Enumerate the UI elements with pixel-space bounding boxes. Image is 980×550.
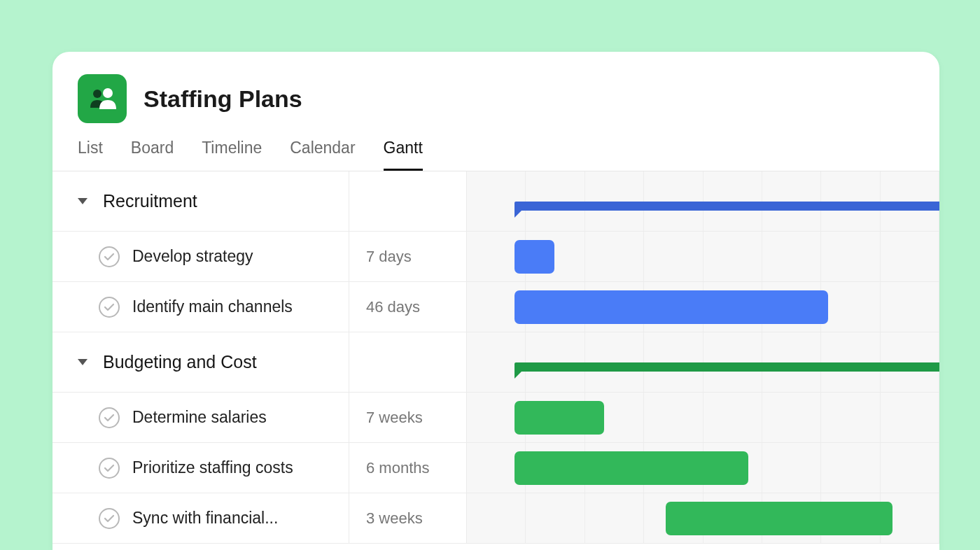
task-row[interactable]: Sync with financial...3 weeks <box>52 493 939 544</box>
task-timeline-cell <box>467 443 939 493</box>
task-title: Sync with financial... <box>132 509 278 528</box>
task-timeline-cell <box>467 393 939 442</box>
group-row[interactable]: Budgeting and Cost <box>52 332 939 393</box>
group-duration-cell <box>349 332 467 392</box>
group-timeline-cell <box>467 171 939 231</box>
view-tabs: List Board Timeline Calendar Gantt <box>52 133 939 171</box>
task-cell[interactable]: Prioritize staffing costs <box>52 443 349 493</box>
group-summary-bar[interactable] <box>514 202 940 211</box>
task-timeline-cell <box>467 493 939 543</box>
task-cell[interactable]: Sync with financial... <box>52 493 349 543</box>
task-title: Prioritize staffing costs <box>132 458 293 477</box>
group-title: Budgeting and Cost <box>103 352 257 372</box>
svg-point-1 <box>103 88 113 98</box>
check-circle-icon[interactable] <box>99 458 120 479</box>
task-title: Identify main channels <box>132 297 293 316</box>
chevron-down-icon <box>78 198 88 204</box>
task-bar[interactable] <box>514 401 604 435</box>
task-title: Determine salaries <box>132 408 267 427</box>
check-circle-icon[interactable] <box>99 508 120 529</box>
check-circle-icon[interactable] <box>99 297 120 318</box>
svg-point-0 <box>93 90 102 98</box>
task-row[interactable]: Identify main channels46 days <box>52 282 939 332</box>
task-duration: 46 days <box>349 282 467 332</box>
task-cell[interactable]: Determine salaries <box>52 393 349 442</box>
task-row[interactable]: Determine salaries7 weeks <box>52 393 939 443</box>
group-timeline-cell <box>467 332 939 392</box>
project-title: Staffing Plans <box>144 85 302 113</box>
task-duration: 7 days <box>349 232 467 281</box>
task-timeline-cell <box>467 282 939 332</box>
project-header: Staffing Plans <box>52 52 939 133</box>
chevron-down-icon <box>78 359 88 365</box>
project-panel: Staffing Plans List Board Timeline Calen… <box>52 52 939 550</box>
group-summary-bar[interactable] <box>514 362 940 372</box>
task-duration: 7 weeks <box>349 393 467 442</box>
task-bar[interactable] <box>514 290 829 324</box>
group-duration-cell <box>349 171 467 231</box>
task-duration: 3 weeks <box>349 493 467 543</box>
group-header[interactable]: Recruitment <box>52 171 349 231</box>
task-title: Develop strategy <box>132 247 253 266</box>
group-row[interactable]: Recruitment <box>52 171 939 232</box>
task-bar[interactable] <box>666 502 892 535</box>
check-circle-icon[interactable] <box>99 407 120 428</box>
tab-list[interactable]: List <box>78 133 103 171</box>
group-header[interactable]: Budgeting and Cost <box>52 332 349 392</box>
tab-calendar[interactable]: Calendar <box>290 133 355 171</box>
task-timeline-cell <box>467 232 939 281</box>
task-duration: 6 months <box>349 443 467 493</box>
tab-gantt[interactable]: Gantt <box>384 133 423 171</box>
task-bar[interactable] <box>514 240 554 274</box>
task-bar[interactable] <box>514 451 748 485</box>
tab-board[interactable]: Board <box>131 133 174 171</box>
check-circle-icon[interactable] <box>99 246 120 267</box>
tab-timeline[interactable]: Timeline <box>202 133 262 171</box>
project-people-icon <box>78 74 127 123</box>
task-row[interactable]: Prioritize staffing costs6 months <box>52 443 939 493</box>
task-cell[interactable]: Develop strategy <box>52 232 349 281</box>
task-row[interactable]: Develop strategy7 days <box>52 232 939 282</box>
gantt-chart: RecruitmentDevelop strategy7 daysIdentif… <box>52 171 939 533</box>
group-title: Recruitment <box>103 191 197 211</box>
task-cell[interactable]: Identify main channels <box>52 282 349 332</box>
